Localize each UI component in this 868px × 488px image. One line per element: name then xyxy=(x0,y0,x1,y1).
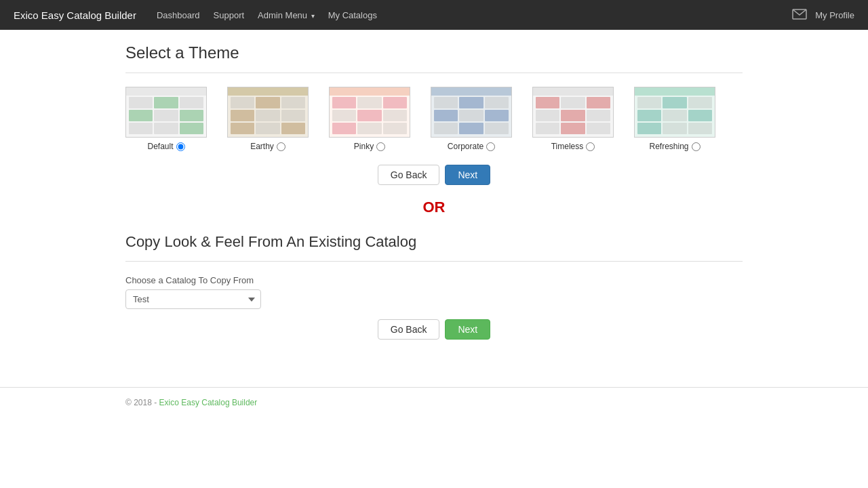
copy-form-group: Choose a Catalog To Copy From Test xyxy=(125,275,743,309)
theme-thumbnail-refreshing xyxy=(634,87,715,138)
divider-top xyxy=(125,73,743,73)
navbar-right: My Profile xyxy=(792,9,854,22)
theme-item-earthy[interactable]: Earthy xyxy=(227,87,309,151)
theme-label-pinky[interactable]: Pinky xyxy=(354,142,385,151)
nav-my-catalogs[interactable]: My Catalogs xyxy=(328,10,377,20)
nav-admin-menu[interactable]: Admin Menu ▾ xyxy=(258,10,315,20)
footer: © 2018 - Exico Easy Catalog Builder xyxy=(0,387,868,418)
envelope-icon[interactable] xyxy=(792,9,807,22)
go-back-button-bottom[interactable]: Go Back xyxy=(378,319,440,340)
buttons-row-bottom: Go Back Next xyxy=(125,319,743,340)
theme-label-timeless[interactable]: Timeless xyxy=(551,142,595,151)
navbar-links: Dashboard Support Admin Menu ▾ My Catalo… xyxy=(157,10,792,20)
theme-item-timeless[interactable]: Timeless xyxy=(532,87,614,151)
buttons-row-top: Go Back Next xyxy=(125,165,743,185)
theme-name-timeless: Timeless xyxy=(551,142,584,151)
theme-thumbnail-earthy xyxy=(227,87,309,138)
theme-name-refreshing: Refreshing xyxy=(649,142,688,151)
theme-name-corporate: Corporate xyxy=(448,142,484,151)
theme-radio-refreshing[interactable] xyxy=(692,142,701,151)
themes-row: Default Earthy xyxy=(125,87,743,151)
next-button-top[interactable]: Next xyxy=(445,165,490,185)
my-profile-link[interactable]: My Profile xyxy=(815,10,854,20)
go-back-button-top[interactable]: Go Back xyxy=(378,165,440,185)
theme-item-pinky[interactable]: Pinky xyxy=(329,87,410,151)
page-title: Select a Theme xyxy=(125,43,743,62)
footer-link[interactable]: Exico Easy Catalog Builder xyxy=(159,398,258,407)
theme-label-default[interactable]: Default xyxy=(147,142,184,151)
copy-catalog-select[interactable]: Test xyxy=(125,289,261,309)
next-button-bottom[interactable]: Next xyxy=(445,319,490,340)
theme-thumbnail-default xyxy=(125,87,207,138)
theme-label-corporate[interactable]: Corporate xyxy=(448,142,495,151)
theme-radio-timeless[interactable] xyxy=(586,142,595,151)
theme-radio-corporate[interactable] xyxy=(486,142,495,151)
main-content: Select a Theme Default xyxy=(0,30,868,367)
theme-name-default: Default xyxy=(147,142,173,151)
theme-thumbnail-corporate xyxy=(431,87,512,138)
theme-radio-default[interactable] xyxy=(176,142,185,151)
nav-dashboard[interactable]: Dashboard xyxy=(157,10,200,20)
theme-item-refreshing[interactable]: Refreshing xyxy=(634,87,715,151)
copy-section-title: Copy Look & Feel From An Existing Catalo… xyxy=(125,233,743,251)
theme-radio-pinky[interactable] xyxy=(376,142,385,151)
theme-name-earthy: Earthy xyxy=(250,142,274,151)
navbar: Exico Easy Catalog Builder Dashboard Sup… xyxy=(0,0,868,30)
footer-text: © 2018 - xyxy=(125,398,159,407)
theme-thumbnail-timeless xyxy=(532,87,614,138)
theme-radio-earthy[interactable] xyxy=(277,142,285,151)
theme-item-default[interactable]: Default xyxy=(125,87,207,151)
nav-support[interactable]: Support xyxy=(214,10,245,20)
dropdown-arrow-icon: ▾ xyxy=(311,12,315,20)
navbar-brand: Exico Easy Catalog Builder xyxy=(14,9,136,21)
theme-label-refreshing[interactable]: Refreshing xyxy=(649,142,700,151)
divider-copy xyxy=(125,261,743,262)
copy-dropdown-label: Choose a Catalog To Copy From xyxy=(125,275,743,285)
or-divider: OR xyxy=(125,199,743,216)
theme-label-earthy[interactable]: Earthy xyxy=(250,142,285,151)
theme-name-pinky: Pinky xyxy=(354,142,374,151)
theme-item-corporate[interactable]: Corporate xyxy=(431,87,512,151)
theme-thumbnail-pinky xyxy=(329,87,410,138)
